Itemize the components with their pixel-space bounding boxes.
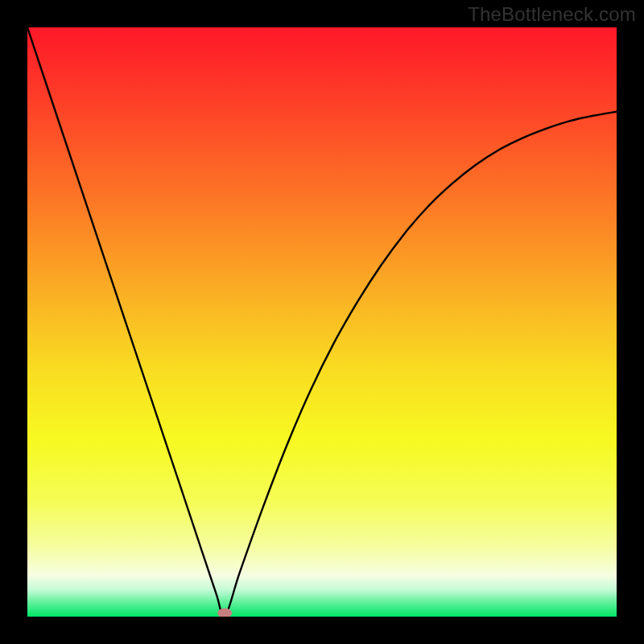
chart-background [27, 27, 617, 617]
plot-area [27, 27, 617, 617]
chart-canvas [27, 27, 617, 617]
chart-frame: TheBottleneck.com [0, 0, 644, 644]
watermark-text: TheBottleneck.com [468, 3, 636, 26]
